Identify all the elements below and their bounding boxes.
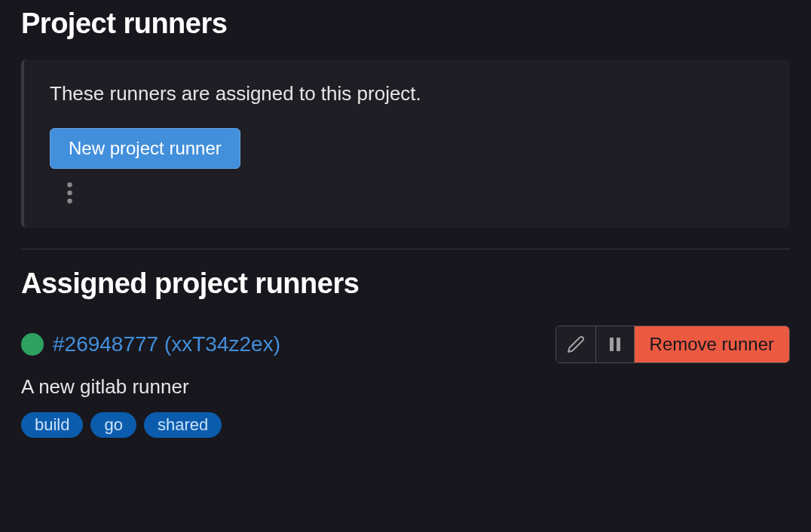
runner-tag: build	[21, 412, 83, 438]
runner-tag: shared	[144, 412, 222, 438]
runner-tags: build go shared	[21, 412, 790, 438]
runner-identity: #26948777 (xxT34z2ex)	[21, 332, 280, 356]
runner-id-link[interactable]: #26948777 (xxT34z2ex)	[53, 332, 280, 356]
svg-point-1	[67, 191, 72, 195]
runner-tag: go	[90, 412, 136, 438]
runner-controls: Remove runner	[555, 326, 790, 363]
project-runners-description: These runners are assigned to this proje…	[50, 82, 764, 105]
more-actions-button[interactable]	[56, 179, 83, 206]
pause-icon	[607, 335, 623, 353]
pencil-icon	[567, 335, 585, 353]
new-project-runner-button[interactable]: New project runner	[50, 128, 240, 169]
runner-row: #26948777 (xxT34z2ex) Remove runner	[21, 326, 790, 363]
runner-status-dot	[21, 333, 44, 356]
project-runners-panel: These runners are assigned to this proje…	[21, 60, 790, 228]
svg-point-2	[67, 199, 72, 203]
project-runners-heading: Project runners	[21, 8, 790, 40]
assigned-runners-heading: Assigned project runners	[21, 268, 790, 300]
svg-point-0	[67, 182, 72, 187]
runner-description: A new gitlab runner	[21, 375, 790, 399]
remove-runner-button[interactable]: Remove runner	[635, 326, 789, 362]
svg-rect-3	[610, 338, 614, 351]
svg-rect-4	[617, 338, 620, 351]
kebab-menu-icon	[67, 182, 72, 203]
pause-runner-button[interactable]	[596, 326, 635, 362]
section-divider	[21, 249, 790, 249]
edit-runner-button[interactable]	[556, 326, 596, 362]
